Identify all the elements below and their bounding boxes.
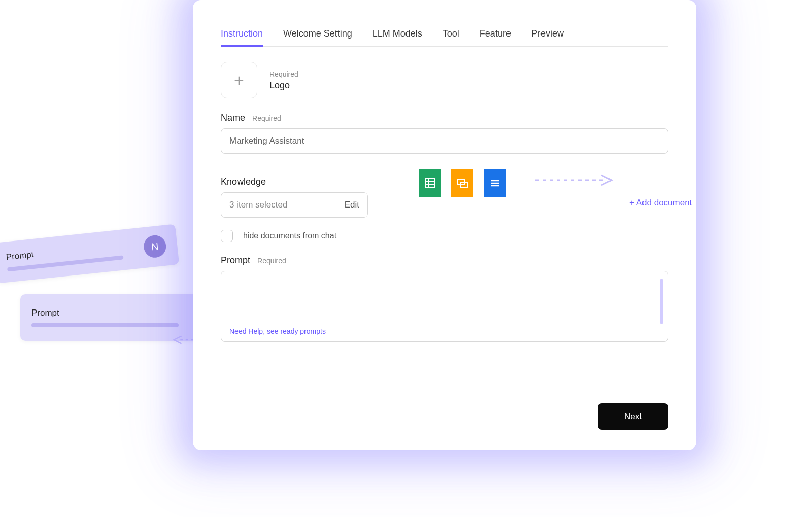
document-icons (419, 169, 506, 197)
knowledge-select[interactable]: 3 item selected Edit (221, 192, 368, 218)
tab-llm-models[interactable]: LLM Models (373, 25, 422, 46)
required-tag: Required (269, 70, 298, 78)
prompt-textarea[interactable]: Need Help, see ready prompts (221, 271, 668, 342)
tab-instruction[interactable]: Instruction (221, 25, 263, 46)
tab-preview[interactable]: Preview (531, 25, 564, 46)
prompt-label: Prompt (221, 255, 250, 266)
svg-rect-1 (425, 179, 434, 188)
required-tag: Required (252, 114, 281, 122)
plus-icon: + (234, 71, 244, 90)
tab-welcome-setting[interactable]: Welcome Setting (283, 25, 352, 46)
sheets-icon (419, 169, 441, 197)
card-title: Prompt (31, 308, 186, 318)
placeholder-bar (31, 323, 179, 327)
edit-link[interactable]: Edit (345, 200, 359, 210)
scrollbar[interactable] (660, 279, 663, 324)
tab-feature[interactable]: Feature (480, 25, 511, 46)
config-panel: Instruction Welcome Setting LLM Models T… (193, 0, 696, 450)
logo-label: Logo (269, 80, 298, 91)
name-input[interactable] (221, 128, 668, 154)
knowledge-label: Knowledge (221, 177, 266, 187)
add-document-link[interactable]: + Add document (629, 198, 692, 208)
floating-prompt-card-n[interactable]: Prompt N (0, 224, 179, 283)
docs-icon (484, 169, 506, 197)
tab-bar: Instruction Welcome Setting LLM Models T… (221, 25, 668, 47)
hide-docs-checkbox[interactable] (221, 230, 233, 242)
help-link[interactable]: Need Help, see ready prompts (229, 327, 326, 335)
hide-docs-label: hide documents from chat (243, 231, 336, 240)
selected-count: 3 item selected (229, 200, 287, 210)
required-tag: Required (257, 257, 286, 265)
logo-upload-box[interactable]: + (221, 62, 257, 98)
slides-icon (451, 169, 473, 197)
next-button[interactable]: Next (598, 403, 668, 430)
name-label: Name (221, 113, 245, 123)
avatar: N (143, 234, 167, 259)
tab-tool[interactable]: Tool (443, 25, 459, 46)
